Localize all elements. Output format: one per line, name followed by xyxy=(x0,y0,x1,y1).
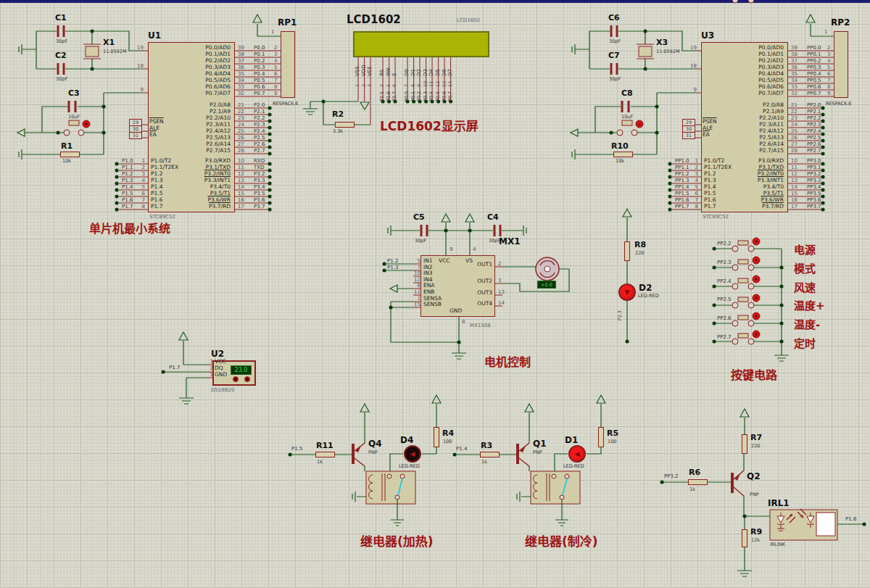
net-label[interactable]: P0.6 xyxy=(254,84,265,90)
net-label[interactable]: PP2.1 xyxy=(807,109,821,115)
net-label[interactable]: P2.6 xyxy=(386,88,392,102)
net-label[interactable]: PP0.0 xyxy=(807,45,821,51)
resistor-body[interactable] xyxy=(688,479,708,485)
net-label[interactable]: PP3.2 xyxy=(807,171,821,177)
net-label[interactable]: P1.5 xyxy=(291,446,302,452)
net-label[interactable]: P1.7 xyxy=(169,365,180,370)
net-label[interactable]: P1.5 xyxy=(122,191,133,196)
net-label[interactable]: P1.3 xyxy=(387,265,407,270)
net-label[interactable]: P0.7 xyxy=(254,91,265,96)
net-label[interactable]: PP3.0 xyxy=(807,158,821,164)
net-label[interactable]: PP3.6 xyxy=(807,197,821,203)
net-label[interactable]: PP3.3 xyxy=(807,178,821,183)
resistor-body[interactable] xyxy=(315,452,335,457)
net-label[interactable]: P0.0 xyxy=(254,45,265,51)
net-label[interactable]: P1.6 xyxy=(845,516,856,522)
net-label[interactable]: PP0.5 xyxy=(807,78,821,83)
net-label[interactable]: PP2.6 xyxy=(717,315,732,321)
led-indicator[interactable]: ◀ xyxy=(404,445,421,463)
net-label[interactable]: PP0.7 xyxy=(807,91,821,96)
net-label[interactable]: PP2.3 xyxy=(717,260,732,265)
net-label[interactable]: P2.3 xyxy=(254,122,265,128)
net-label[interactable]: P2.1 xyxy=(254,109,265,115)
resistor-body[interactable] xyxy=(742,529,747,547)
net-label[interactable]: PP1.4 xyxy=(675,184,689,190)
resistor-body[interactable] xyxy=(613,152,633,157)
net-label[interactable]: P0.4 xyxy=(428,88,435,102)
resistor-body[interactable] xyxy=(624,241,630,261)
lcd-screen[interactable] xyxy=(353,31,489,57)
net-label[interactable]: P0.2 xyxy=(254,58,265,64)
respack-body[interactable] xyxy=(834,31,848,98)
led-indicator[interactable]: ▼ xyxy=(618,283,636,301)
net-label[interactable]: PP2.2 xyxy=(807,115,821,121)
net-label[interactable]: PP2.4 xyxy=(807,128,821,134)
net-label[interactable]: P0.6 xyxy=(442,88,448,102)
net-label[interactable]: P0.5 xyxy=(435,88,442,102)
net-label[interactable]: PP1.3 xyxy=(675,178,689,183)
net-label[interactable]: PP2.6 xyxy=(807,141,821,147)
resistor-body[interactable] xyxy=(335,122,355,128)
net-label[interactable]: PP3.2 xyxy=(664,473,679,479)
net-label[interactable]: PP2.4 xyxy=(717,278,732,284)
net-label[interactable]: P2.7 xyxy=(392,88,398,102)
resistor-body[interactable] xyxy=(434,427,439,447)
net-label[interactable]: PP1.5 xyxy=(675,191,689,196)
net-label[interactable]: P1.7 xyxy=(122,204,133,210)
net-label[interactable]: PP0.2 xyxy=(807,58,821,64)
net-label[interactable]: TXD xyxy=(254,165,264,170)
net-label[interactable]: PP0.4 xyxy=(807,71,821,77)
resistor-body[interactable] xyxy=(60,152,80,157)
net-label[interactable]: PP0.3 xyxy=(807,65,821,70)
net-label[interactable]: P1.3 xyxy=(122,178,133,183)
net-label[interactable]: PP2.5 xyxy=(807,135,821,141)
net-label[interactable]: P0.3 xyxy=(254,65,265,70)
net-label[interactable]: PP3.4 xyxy=(807,184,821,190)
net-label[interactable]: PP2.7 xyxy=(807,148,821,154)
net-label[interactable]: P3.6 xyxy=(254,197,265,203)
schematic-canvas[interactable]: C1 30pF C2 30pF X1 11.0592M C3 10uF R1 1… xyxy=(0,0,870,588)
net-label[interactable]: P0.7 xyxy=(447,88,454,102)
resistor-body[interactable] xyxy=(598,427,604,447)
led-indicator[interactable]: ◀ xyxy=(568,445,586,463)
net-label[interactable]: P3.3 xyxy=(254,178,265,183)
net-label[interactable]: PP2.2 xyxy=(717,241,732,247)
net-label[interactable]: PP1.1 xyxy=(675,165,689,170)
net-label[interactable]: P1.2 xyxy=(387,258,407,264)
net-label[interactable]: PP2.7 xyxy=(717,334,732,340)
net-label[interactable]: PP3.1 xyxy=(807,165,821,170)
net-label[interactable]: P2.4 xyxy=(254,128,265,134)
net-label[interactable]: P1.1 xyxy=(122,165,133,170)
net-label[interactable]: P1.4 xyxy=(122,184,133,190)
net-label[interactable]: P2.7 xyxy=(254,148,265,154)
net-label[interactable]: PP1.2 xyxy=(675,171,689,177)
net-label[interactable]: P2.0 xyxy=(254,102,265,108)
net-label[interactable]: P0.5 xyxy=(254,78,265,83)
net-label[interactable]: P0.0 xyxy=(404,88,410,102)
respack-body[interactable] xyxy=(281,31,295,98)
net-label[interactable]: P3.4 xyxy=(254,184,265,190)
net-label[interactable]: P0.4 xyxy=(254,71,265,77)
net-label[interactable]: P1.4 xyxy=(456,446,467,452)
net-label[interactable]: PP1.0 xyxy=(675,158,689,164)
net-label[interactable]: P0.1 xyxy=(410,88,417,102)
net-label[interactable]: P2.6 xyxy=(254,141,265,147)
resistor-body[interactable] xyxy=(480,452,500,457)
net-label[interactable]: P3.5 xyxy=(254,191,265,196)
net-label[interactable]: PP2.5 xyxy=(717,297,732,302)
net-label[interactable]: P2.5 xyxy=(254,135,265,141)
net-label[interactable]: P1.0 xyxy=(122,158,133,164)
net-label[interactable]: PP0.1 xyxy=(807,51,821,57)
net-label[interactable]: P2.2 xyxy=(254,115,265,121)
net-label[interactable]: P3.2 xyxy=(254,171,265,177)
net-label[interactable]: PP2.0 xyxy=(807,102,821,108)
net-label[interactable]: P1.2 xyxy=(122,171,133,177)
net-label[interactable]: PP1.7 xyxy=(675,204,689,210)
net-label[interactable]: P1.6 xyxy=(122,197,133,203)
net-label[interactable]: PP0.6 xyxy=(807,84,821,90)
net-label[interactable]: PP1.6 xyxy=(675,197,689,203)
net-label[interactable]: P0.2 xyxy=(416,88,423,102)
net-label[interactable]: RXD xyxy=(254,158,265,164)
net-label[interactable]: PP3.7 xyxy=(807,204,821,210)
net-label[interactable]: P3.7 xyxy=(254,204,265,210)
